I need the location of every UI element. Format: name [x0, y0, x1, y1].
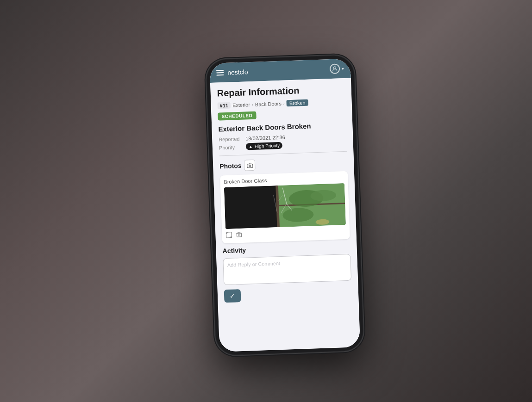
user-profile-icon[interactable]	[329, 63, 340, 74]
issue-number: #11	[217, 102, 231, 109]
breadcrumb-chevron-1: ›	[251, 102, 253, 106]
divider-1	[219, 151, 347, 156]
priority-badge: ▲ High Priority	[245, 142, 282, 150]
reported-label: Reported	[219, 136, 242, 142]
phone-frame: nestclo ▾ Repair Information	[206, 55, 364, 356]
breadcrumb: #11 Exterior › Back Doors › Broken	[217, 98, 345, 109]
dropdown-chevron-icon[interactable]: ▾	[341, 66, 344, 71]
phone-screen: nestclo ▾ Repair Information	[209, 58, 360, 352]
issue-title: Exterior Back Doors Broken	[218, 120, 346, 133]
photo-image[interactable]	[224, 183, 345, 229]
photo-img-inner	[224, 183, 345, 229]
comment-input[interactable]	[223, 254, 351, 285]
submit-comment-button[interactable]: ✓	[224, 289, 241, 303]
breadcrumb-broken[interactable]: Broken	[286, 99, 308, 106]
photos-header: Photos	[219, 156, 347, 172]
delete-photo-icon[interactable]	[236, 231, 243, 239]
nav-title: nestclo	[227, 68, 248, 76]
page-title: Repair Information	[217, 83, 345, 99]
content-area: Repair Information #11 Exterior › Back D…	[210, 78, 360, 352]
svg-point-0	[333, 67, 336, 69]
breadcrumb-chevron-2: ›	[283, 101, 284, 105]
nav-left: nestclo	[216, 68, 248, 76]
priority-label: Priority	[219, 144, 242, 150]
photos-title: Photos	[219, 161, 242, 170]
scene: nestclo ▾ Repair Information	[0, 0, 532, 402]
photo-card: Broken Door Glass	[220, 171, 350, 243]
activity-section: Activity ✓	[222, 242, 352, 303]
breadcrumb-exterior[interactable]: Exterior	[232, 102, 250, 108]
photo-actions	[225, 228, 346, 240]
camera-icon[interactable]	[244, 159, 256, 171]
svg-rect-3	[224, 186, 278, 229]
priority-up-icon: ▲	[248, 144, 252, 148]
hamburger-icon[interactable]	[216, 70, 224, 76]
nav-right: ▾	[329, 63, 344, 74]
photo-label: Broken Door Glass	[224, 175, 344, 185]
priority-value: High Priority	[254, 142, 280, 148]
reported-date: 18/02/2021 22:36	[245, 134, 285, 141]
breadcrumb-back-doors[interactable]: Back Doors	[255, 100, 281, 107]
svg-point-2	[249, 165, 250, 167]
activity-title: Activity	[222, 242, 350, 254]
edit-photo-icon[interactable]	[225, 231, 232, 239]
status-badge: SCHEDULED	[218, 111, 256, 120]
checkmark-icon: ✓	[229, 292, 235, 299]
